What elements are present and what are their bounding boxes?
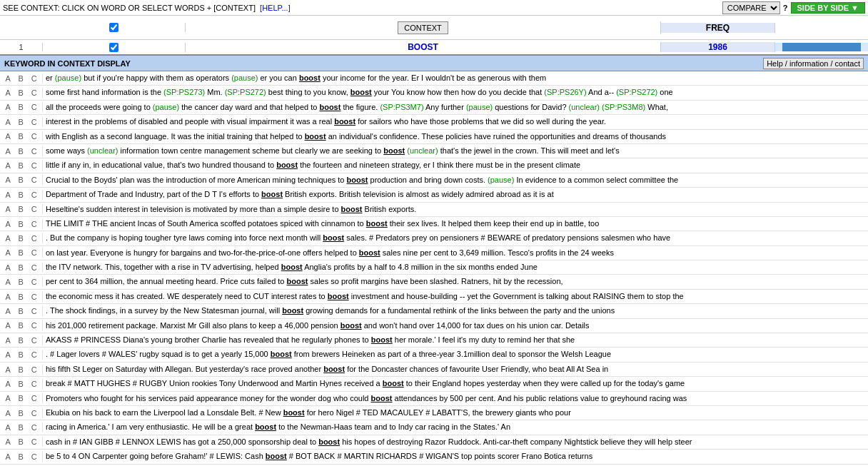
help-button[interactable]: ?	[783, 4, 788, 12]
conc-abc-letter[interactable]: C	[31, 336, 37, 345]
keyword-row-word[interactable]: BOOST	[186, 42, 661, 52]
keyword-occurrence[interactable]: boost	[261, 190, 283, 198]
conc-abc-letter[interactable]: A	[5, 147, 10, 156]
conc-abc-letter[interactable]: B	[19, 365, 24, 374]
conc-abc-letter[interactable]: B	[19, 263, 24, 272]
keyword-occurrence[interactable]: boost	[276, 161, 298, 169]
conc-abc-letter[interactable]: A	[5, 380, 10, 388]
keyword-occurrence[interactable]: boost	[287, 277, 308, 285]
keyword-occurrence[interactable]: boost	[305, 132, 326, 141]
conc-abc-letter[interactable]: C	[31, 220, 37, 228]
keyword-occurrence[interactable]: boost	[266, 452, 287, 460]
conc-abc-letter[interactable]: A	[5, 365, 10, 374]
conc-abc-letter[interactable]: C	[31, 452, 37, 461]
conc-abc-letter[interactable]: C	[31, 293, 37, 301]
conc-abc-letter[interactable]: B	[19, 248, 24, 257]
conc-abc-letter[interactable]: C	[31, 176, 37, 184]
conc-abc-letter[interactable]: C	[31, 118, 37, 126]
conc-abc-letter[interactable]: A	[5, 132, 10, 141]
conc-abc-letter[interactable]: C	[31, 103, 37, 111]
conc-abc-letter[interactable]: C	[31, 263, 37, 272]
keyword-occurrence[interactable]: boost	[383, 379, 404, 388]
keyword-occurrence[interactable]: boost	[347, 176, 368, 184]
conc-abc-letter[interactable]: B	[19, 452, 24, 461]
conc-abc-letter[interactable]: A	[5, 176, 10, 184]
conc-abc-letter[interactable]: C	[31, 248, 37, 257]
keyword-occurrence[interactable]: boost	[282, 306, 303, 315]
keyword-occurrence[interactable]: boost	[371, 394, 393, 402]
keyword-occurrence[interactable]: boost	[366, 219, 388, 228]
conc-abc-letter[interactable]: B	[19, 321, 24, 330]
conc-abc-letter[interactable]: B	[19, 74, 24, 83]
conc-abc-letter[interactable]: A	[5, 161, 10, 170]
conc-abc-letter[interactable]: A	[5, 350, 10, 359]
conc-abc-letter[interactable]: A	[5, 437, 10, 446]
keyword-row-check[interactable]	[43, 43, 186, 52]
keyword-occurrence[interactable]: boost	[319, 103, 340, 111]
conc-abc-letter[interactable]: B	[19, 161, 24, 170]
keyword-occurrence[interactable]: boost	[359, 248, 380, 257]
conc-abc-letter[interactable]: B	[19, 205, 24, 213]
conc-abc-letter[interactable]: C	[31, 394, 37, 402]
keyword-occurrence[interactable]: boost	[341, 205, 363, 213]
conc-abc-letter[interactable]: A	[5, 103, 10, 111]
keyword-occurrence[interactable]: boost	[350, 88, 372, 96]
conc-abc-letter[interactable]: B	[19, 394, 24, 402]
context-button[interactable]: CONTEXT	[398, 21, 448, 34]
keyword-occurrence[interactable]: boost	[383, 146, 405, 155]
conc-abc-letter[interactable]: C	[31, 191, 37, 199]
compare-dropdown[interactable]: COMPARE	[722, 1, 780, 14]
conc-abc-letter[interactable]: A	[5, 452, 10, 461]
conc-abc-letter[interactable]: A	[5, 336, 10, 345]
conc-abc-letter[interactable]: A	[5, 88, 10, 97]
conc-abc-letter[interactable]: C	[31, 307, 37, 315]
conc-abc-letter[interactable]: B	[19, 88, 24, 97]
conc-abc-letter[interactable]: C	[31, 74, 37, 83]
conc-abc-letter[interactable]: B	[19, 234, 24, 243]
conc-abc-letter[interactable]: A	[5, 118, 10, 126]
conc-abc-letter[interactable]: B	[19, 437, 24, 446]
keyword-checkbox[interactable]	[109, 43, 118, 52]
conc-abc-letter[interactable]: A	[5, 234, 10, 243]
conc-abc-letter[interactable]: C	[31, 350, 37, 359]
side-by-side-button[interactable]: SIDE BY SIDE ▼	[791, 2, 866, 14]
keyword-occurrence[interactable]: boost	[271, 350, 292, 358]
conc-abc-letter[interactable]: C	[31, 132, 37, 141]
conc-abc-letter[interactable]: A	[5, 394, 10, 402]
conc-abc-letter[interactable]: B	[19, 176, 24, 184]
help-info-button[interactable]: Help / information / contact	[763, 58, 864, 69]
conc-abc-letter[interactable]: A	[5, 321, 10, 330]
col-check-header[interactable]	[43, 23, 186, 32]
conc-abc-letter[interactable]: C	[31, 88, 37, 97]
conc-abc-letter[interactable]: C	[31, 278, 37, 286]
conc-abc-letter[interactable]: A	[5, 191, 10, 199]
conc-abc-letter[interactable]: B	[19, 293, 24, 301]
keyword-occurrence[interactable]: boost	[328, 292, 349, 300]
keyword-occurrence[interactable]: boost	[255, 422, 276, 431]
conc-abc-letter[interactable]: B	[19, 307, 24, 315]
conc-abc-letter[interactable]: B	[19, 132, 24, 141]
compare-select-input[interactable]: COMPARE	[722, 1, 780, 14]
col-context-header[interactable]: CONTEXT	[186, 21, 661, 34]
keyword-occurrence[interactable]: boost	[340, 321, 362, 330]
conc-abc-letter[interactable]: A	[5, 293, 10, 301]
conc-abc-letter[interactable]: B	[19, 409, 24, 417]
keyword-occurrence[interactable]: boost	[283, 408, 305, 417]
keyword-occurrence[interactable]: boost	[323, 365, 345, 373]
conc-abc-letter[interactable]: C	[31, 423, 37, 432]
conc-abc-letter[interactable]: C	[31, 234, 37, 243]
conc-abc-letter[interactable]: A	[5, 423, 10, 432]
select-all-checkbox[interactable]	[109, 23, 118, 32]
help-link[interactable]: [HELP...]	[260, 4, 291, 12]
keyword-occurrence[interactable]: boost	[318, 437, 340, 446]
keyword-occurrence[interactable]: boost	[299, 74, 321, 82]
conc-abc-letter[interactable]: B	[19, 278, 24, 286]
conc-abc-letter[interactable]: B	[19, 220, 24, 228]
conc-abc-letter[interactable]: B	[19, 380, 24, 388]
keyword-occurrence[interactable]: boost	[334, 117, 355, 126]
conc-abc-letter[interactable]: A	[5, 205, 10, 213]
conc-abc-letter[interactable]: A	[5, 307, 10, 315]
conc-abc-letter[interactable]: C	[31, 365, 37, 374]
conc-abc-letter[interactable]: A	[5, 263, 10, 272]
conc-abc-letter[interactable]: C	[31, 205, 37, 213]
